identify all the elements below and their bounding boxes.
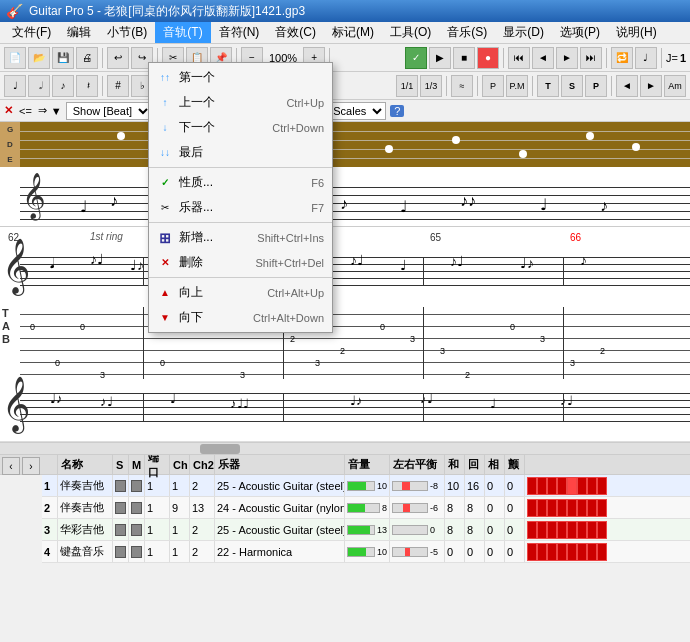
note-quarter[interactable]: ♩ — [4, 75, 26, 97]
track-2-gc-7[interactable] — [587, 499, 597, 517]
track-2-gc-2[interactable] — [537, 499, 547, 517]
ctx-add[interactable]: ⊞ 新增... Shift+Ctrl+Ins — [149, 225, 332, 250]
track-2-m[interactable] — [129, 497, 145, 518]
track-1-gc-7[interactable] — [587, 477, 597, 495]
mix-button[interactable]: Am — [664, 75, 686, 97]
track-4-gc-1[interactable] — [527, 543, 537, 561]
ctx-prev[interactable]: ↑ 上一个 Ctrl+Up — [149, 90, 332, 115]
track-4-gc-4[interactable] — [557, 543, 567, 561]
stop-button[interactable]: ■ — [453, 47, 475, 69]
track-2-gc-6[interactable] — [577, 499, 587, 517]
track-4-m[interactable] — [129, 541, 145, 562]
track-4-pan-bar[interactable] — [392, 547, 428, 557]
track-3-gc-3[interactable] — [547, 521, 557, 539]
track-2-gc-8[interactable] — [597, 499, 607, 517]
track-3-gc-6[interactable] — [577, 521, 587, 539]
undo-button[interactable]: ↩ — [107, 47, 129, 69]
track-1-m[interactable] — [129, 475, 145, 496]
scales-select[interactable]: Scales — [326, 102, 386, 120]
track-3-vol-bar[interactable] — [347, 525, 375, 535]
track-1-gc-2[interactable] — [537, 477, 547, 495]
loop-button[interactable]: 🔁 — [611, 47, 633, 69]
track-4-gc-5[interactable] — [567, 543, 577, 561]
track-3-gc-7[interactable] — [587, 521, 597, 539]
track-1-pan-bar[interactable] — [392, 481, 428, 491]
scroll-thumb[interactable] — [200, 444, 240, 454]
track-3-m[interactable] — [129, 519, 145, 540]
track-1-gc-4[interactable] — [557, 477, 567, 495]
forte-button[interactable]: P.M — [506, 75, 528, 97]
menu-tool[interactable]: 工具(O) — [382, 22, 439, 43]
save-button[interactable]: 💾 — [52, 47, 74, 69]
track-2-gc-4[interactable] — [557, 499, 567, 517]
nav-prev[interactable]: ‹ — [2, 457, 20, 475]
metronome-button[interactable]: ♩ — [635, 47, 657, 69]
track-4-s[interactable] — [113, 541, 129, 562]
play-button[interactable]: ▶ — [429, 47, 451, 69]
slap-button[interactable]: S — [561, 75, 583, 97]
menu-display[interactable]: 显示(D) — [495, 22, 552, 43]
track-2-s-btn[interactable] — [115, 502, 126, 514]
ctx-move-down[interactable]: ▼ 向下 Ctrl+Alt+Down — [149, 305, 332, 330]
note-rest[interactable]: 𝄽 — [76, 75, 98, 97]
close-x[interactable]: ✕ — [4, 104, 13, 117]
track-1-s[interactable] — [113, 475, 129, 496]
left-arr[interactable]: ◄ — [616, 75, 638, 97]
tap-button[interactable]: T — [537, 75, 559, 97]
note-eighth[interactable]: ♪ — [52, 75, 74, 97]
track-3-gc-8[interactable] — [597, 521, 607, 539]
track-4-m-btn[interactable] — [131, 546, 142, 558]
track-4-vol-bar[interactable] — [347, 547, 375, 557]
track-2-s[interactable] — [113, 497, 129, 518]
beat-display-select[interactable]: Show [Beat] — [66, 102, 152, 120]
track-1-m-btn[interactable] — [131, 480, 142, 492]
menu-options[interactable]: 选项(P) — [552, 22, 608, 43]
track-1-gc-6[interactable] — [577, 477, 587, 495]
note-t2[interactable]: 1/3 — [420, 75, 442, 97]
ctx-last[interactable]: ↓↓ 最后 — [149, 140, 332, 165]
menu-help[interactable]: 说明(H) — [608, 22, 665, 43]
track-1-s-btn[interactable] — [115, 480, 126, 492]
track-2-gc-5[interactable] — [567, 499, 577, 517]
arrow-btn[interactable]: ⇒ — [38, 104, 47, 117]
track-4-s-btn[interactable] — [115, 546, 126, 558]
piano-button[interactable]: P — [482, 75, 504, 97]
track-2-m-btn[interactable] — [131, 502, 142, 514]
track-4-gc-8[interactable] — [597, 543, 607, 561]
pop-button[interactable]: P — [585, 75, 607, 97]
track-3-gc-2[interactable] — [537, 521, 547, 539]
menu-music[interactable]: 音乐(S) — [439, 22, 495, 43]
menu-note[interactable]: 音符(N) — [211, 22, 268, 43]
track-1-gc-1[interactable] — [527, 477, 537, 495]
prev-measure-button[interactable]: ⏮ — [508, 47, 530, 69]
track-1-gc-8[interactable] — [597, 477, 607, 495]
track-3-gc-5[interactable] — [567, 521, 577, 539]
track-1-gc-3[interactable] — [547, 477, 557, 495]
help-btn[interactable]: ? — [390, 105, 404, 117]
track-2-gc-1[interactable] — [527, 499, 537, 517]
track-4-gc-6[interactable] — [577, 543, 587, 561]
prev-button[interactable]: ◄ — [532, 47, 554, 69]
note-t1[interactable]: 1/1 — [396, 75, 418, 97]
next-measure-button[interactable]: ⏭ — [580, 47, 602, 69]
menu-effect[interactable]: 音效(C) — [267, 22, 324, 43]
track-2-pan-bar[interactable] — [392, 503, 428, 513]
new-button[interactable]: 📄 — [4, 47, 26, 69]
ctx-first[interactable]: ↑↑ 第一个 — [149, 65, 332, 90]
sharp-button[interactable]: # — [107, 75, 129, 97]
menu-measure[interactable]: 小节(B) — [99, 22, 155, 43]
ctx-instrument[interactable]: ✂ 乐器... F7 — [149, 195, 332, 220]
track-2-vol-bar[interactable] — [347, 503, 380, 513]
print-button[interactable]: 🖨 — [76, 47, 98, 69]
track-4-gc-3[interactable] — [547, 543, 557, 561]
track-1-vol-bar[interactable] — [347, 481, 375, 491]
fade-button[interactable]: ≈ — [451, 75, 473, 97]
track-1-gc-5[interactable] — [567, 477, 577, 495]
menu-marker[interactable]: 标记(M) — [324, 22, 382, 43]
menu-file[interactable]: 文件(F) — [4, 22, 59, 43]
ctx-properties[interactable]: ✓ 性质... F6 — [149, 170, 332, 195]
ctx-delete[interactable]: ✕ 删除 Shift+Ctrl+Del — [149, 250, 332, 275]
track-3-m-btn[interactable] — [131, 524, 142, 536]
horizontal-scrollbar[interactable] — [0, 442, 690, 454]
track-3-gc-1[interactable] — [527, 521, 537, 539]
